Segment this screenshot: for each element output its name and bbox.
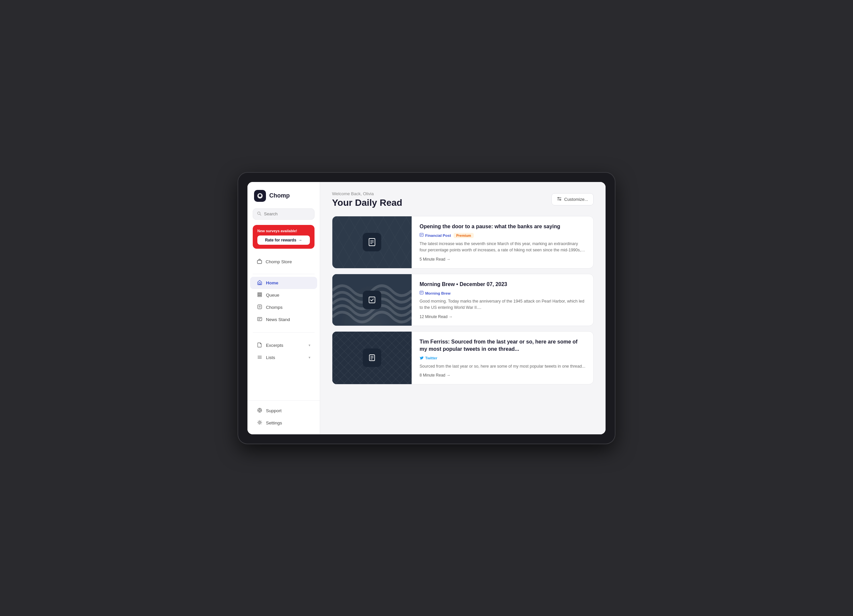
main-header: Welcome Back, Olivia Your Daily Read Cus… bbox=[332, 191, 593, 208]
svg-point-1 bbox=[259, 194, 261, 197]
search-icon bbox=[257, 211, 261, 217]
read-link-3: 8 Minute Read → bbox=[420, 373, 586, 378]
logo-icon bbox=[254, 190, 266, 202]
article-card-1[interactable]: Opening the door to a pause: what the ba… bbox=[332, 216, 593, 269]
svg-rect-38 bbox=[420, 291, 423, 294]
rate-for-rewards-button[interactable]: Rate for rewards → bbox=[257, 235, 310, 245]
sidebar-item-label: Chomp Store bbox=[266, 259, 292, 264]
sidebar-item-lists[interactable]: Lists ▾ bbox=[250, 351, 317, 364]
logo-text: Chomp bbox=[269, 192, 290, 199]
svg-rect-6 bbox=[259, 283, 261, 284]
customize-label: Customize... bbox=[564, 197, 588, 202]
chevron-down-icon: ▾ bbox=[308, 343, 311, 347]
chomps-icon bbox=[257, 304, 263, 311]
article-card-2[interactable]: Morning Brew • December 07, 2023 Morning… bbox=[332, 274, 593, 326]
sidebar-item-newsstand[interactable]: News Stand bbox=[250, 313, 317, 326]
article-body-1: Opening the door to a pause: what the ba… bbox=[411, 216, 593, 268]
sidebar-item-settings[interactable]: Settings bbox=[250, 417, 317, 429]
sidebar-item-chomps[interactable]: Chomps bbox=[250, 301, 317, 313]
source-badge-3: Twitter bbox=[420, 356, 437, 361]
rewards-banner-title: New surveys available! bbox=[257, 229, 310, 233]
search-box[interactable] bbox=[253, 208, 314, 220]
rewards-banner: New surveys available! Rate for rewards … bbox=[253, 225, 314, 249]
source-icon-1 bbox=[420, 233, 423, 238]
svg-rect-7 bbox=[258, 293, 262, 294]
article-excerpt-1: The latest increase was the seventh sinc… bbox=[420, 241, 586, 254]
svg-rect-35 bbox=[420, 233, 423, 237]
sidebar-item-home[interactable]: Home bbox=[250, 277, 317, 289]
source-name-2: Morning Brew bbox=[425, 291, 451, 295]
settings-icon bbox=[257, 420, 263, 426]
sidebar-item-queue-label: Queue bbox=[266, 293, 279, 297]
article-card-3[interactable]: Tim Ferriss: Sourced from the last year … bbox=[332, 331, 593, 384]
svg-point-21 bbox=[259, 409, 261, 411]
welcome-text: Welcome Back, Olivia bbox=[332, 191, 402, 196]
sidebar-item-chomp-store[interactable]: Chomp Store bbox=[250, 255, 317, 269]
home-icon bbox=[257, 280, 263, 286]
article-body-3: Tim Ferriss: Sourced from the last year … bbox=[411, 332, 593, 384]
queue-icon bbox=[257, 292, 263, 298]
article-source-row-3: Twitter bbox=[420, 356, 586, 361]
source-name-1: Financial Post bbox=[425, 234, 451, 237]
svg-line-4 bbox=[260, 214, 261, 215]
read-link-1: 5 Minute Read → bbox=[420, 257, 586, 262]
svg-rect-5 bbox=[257, 260, 262, 264]
source-badge-1: Financial Post bbox=[420, 233, 451, 238]
article-body-2: Morning Brew • December 07, 2023 Morning… bbox=[411, 274, 593, 326]
nav-divider-1 bbox=[253, 274, 314, 274]
article-title-2: Morning Brew • December 07, 2023 bbox=[420, 281, 586, 288]
sidebar-item-home-label: Home bbox=[266, 281, 278, 285]
svg-point-29 bbox=[558, 197, 559, 198]
main-content: Welcome Back, Olivia Your Daily Read Cus… bbox=[320, 182, 606, 434]
search-container bbox=[247, 208, 320, 225]
premium-badge-1: Premium bbox=[454, 233, 474, 238]
svg-point-26 bbox=[259, 422, 261, 423]
article-thumb-2 bbox=[332, 274, 411, 326]
sidebar-item-newsstand-label: News Stand bbox=[266, 317, 290, 322]
article-thumb-icon-1 bbox=[363, 233, 381, 251]
chevron-down-icon-2: ▾ bbox=[308, 355, 311, 360]
sidebar-bottom: Support Settings bbox=[247, 400, 320, 429]
sidebar-item-lists-label: Lists bbox=[266, 355, 275, 360]
app-window: Chomp New surveys available! Rate fo bbox=[247, 182, 606, 434]
svg-rect-8 bbox=[258, 294, 262, 295]
source-icon-2 bbox=[420, 291, 423, 296]
article-excerpt-3: Sourced from the last year or so, here a… bbox=[420, 363, 586, 370]
nav-gap bbox=[247, 326, 320, 330]
article-source-row-1: Financial Post Premium bbox=[420, 233, 586, 238]
svg-rect-10 bbox=[258, 305, 262, 309]
read-link-2: 12 Minute Read → bbox=[420, 314, 586, 319]
sidebar-item-support-label: Support bbox=[266, 408, 281, 413]
svg-rect-13 bbox=[258, 317, 262, 321]
sidebar-item-settings-label: Settings bbox=[266, 420, 282, 425]
search-input[interactable] bbox=[264, 211, 310, 216]
article-source-row-2: Morning Brew bbox=[420, 291, 586, 296]
support-icon bbox=[257, 408, 263, 414]
sidebar-item-queue[interactable]: Queue bbox=[250, 289, 317, 301]
source-name-3: Twitter bbox=[425, 356, 437, 360]
sidebar-item-support[interactable]: Support bbox=[250, 405, 317, 417]
customize-icon bbox=[557, 197, 562, 202]
article-title-1: Opening the door to a pause: what the ba… bbox=[420, 223, 586, 230]
lists-icon bbox=[257, 354, 263, 361]
customize-button[interactable]: Customize... bbox=[551, 193, 593, 205]
sidebar: Chomp New surveys available! Rate fo bbox=[247, 182, 320, 434]
sidebar-logo: Chomp bbox=[247, 190, 320, 208]
header-text: Welcome Back, Olivia Your Daily Read bbox=[332, 191, 402, 208]
svg-rect-2 bbox=[259, 197, 261, 198]
nav-gap-2 bbox=[247, 335, 320, 339]
sidebar-item-excerpts-label: Excerpts bbox=[266, 343, 284, 348]
sidebar-item-chomps-label: Chomps bbox=[266, 305, 282, 310]
excerpts-icon bbox=[257, 342, 263, 349]
newsstand-icon bbox=[257, 316, 263, 323]
article-thumb-icon-3 bbox=[363, 349, 381, 367]
svg-rect-9 bbox=[258, 296, 262, 297]
article-excerpt-2: Good morning. Today marks the anniversar… bbox=[420, 298, 586, 311]
store-icon bbox=[257, 259, 262, 265]
article-title-3: Tim Ferriss: Sourced from the last year … bbox=[420, 338, 586, 353]
source-icon-3 bbox=[420, 356, 423, 361]
page-title: Your Daily Read bbox=[332, 197, 402, 208]
sidebar-item-excerpts[interactable]: Excerpts ▾ bbox=[250, 339, 317, 351]
article-thumb-1 bbox=[332, 216, 411, 268]
device-frame: Chomp New surveys available! Rate fo bbox=[238, 173, 615, 444]
